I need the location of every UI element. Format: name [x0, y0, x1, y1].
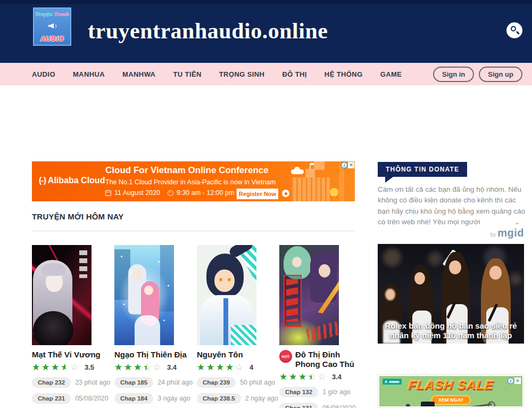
- star-icon: ☆★: [70, 363, 80, 372]
- chapter-time: 05/08/2020: [75, 395, 109, 402]
- comic-title[interactable]: Đô Thị Đỉnh Phong Cao Thủ: [295, 350, 359, 369]
- star-icon: ☆★: [289, 372, 298, 381]
- star-icon: ☆★: [32, 363, 41, 372]
- ad-close-icon[interactable]: ✕: [514, 378, 521, 384]
- chapter-time: 23 phút ago: [75, 379, 110, 386]
- alibaba-banner-ad[interactable]: (-) Alibaba Cloud Cloud For Vietnam Onli…: [32, 161, 355, 201]
- alibaba-cloud-logo: (-) Alibaba Cloud: [39, 176, 105, 185]
- ad-info-icon[interactable]: i: [508, 378, 514, 384]
- chapter-link[interactable]: Chap 132: [279, 387, 318, 397]
- comic-card[interactable]: Ngạo Thị Thiên Địa ☆★☆★☆★☆★☆★ 3.4 Chap 1…: [114, 245, 197, 408]
- star-icon: ☆★: [197, 363, 206, 372]
- site-logo[interactable]: Truyện Tranh AUDIO: [33, 7, 71, 46]
- star-icon: ☆★: [124, 363, 134, 372]
- chapter-time: 50 phút ago: [240, 379, 275, 386]
- page: Truyện Tranh AUDIO truyentranhaudio.onli…: [0, 0, 532, 408]
- sign-in-button[interactable]: Sign in: [433, 67, 474, 82]
- mgid-logo: mgid: [497, 227, 524, 239]
- clock-icon: [168, 190, 173, 196]
- rating-value: 3.4: [332, 373, 342, 381]
- banner-ad-subtitle: The No.1 Cloud Provider in Asia-Pacific …: [105, 178, 276, 186]
- building-illustration: [314, 161, 325, 170]
- star-icon: ☆★: [216, 363, 226, 372]
- star-icon: ☆★: [235, 363, 245, 372]
- banner-ad-title: Cloud For Vietnam Online Conference: [105, 165, 269, 176]
- rating-stars: ☆★☆★☆★☆★☆★: [114, 363, 162, 372]
- chapter-link[interactable]: Chap 232: [32, 377, 71, 388]
- nav-item-tu-tien[interactable]: TU TIÊN: [173, 70, 201, 78]
- calendar-icon: [105, 190, 111, 196]
- main-nav: AUDIO MANHUA MANHWA TU TIÊN TRỌNG SINH Đ…: [0, 63, 532, 85]
- star-icon: ☆★: [153, 363, 162, 372]
- site-title[interactable]: truyentranhaudio.online: [88, 18, 328, 44]
- star-icon: ☆★: [41, 363, 51, 372]
- donate-text: Cám ơn tất cả các bạn đã ủng hộ nhóm. Nế…: [378, 184, 527, 227]
- nav-item-he-thong[interactable]: HỆ THỐNG: [325, 70, 363, 78]
- chapter-link[interactable]: Chap 231: [32, 393, 71, 404]
- flash-sale-title: FLASH SALE: [379, 378, 522, 393]
- rating-stars: ☆★☆★☆★☆★☆★: [32, 363, 80, 372]
- register-now-button[interactable]: Register Now: [237, 189, 278, 199]
- ad-info-icon[interactable]: i: [341, 162, 347, 168]
- star-icon: ☆★: [226, 363, 235, 372]
- star-icon: ☆★: [279, 372, 289, 381]
- comic-card[interactable]: HOT Đô Thị Đỉnh Phong Cao Thủ ☆★☆★☆★☆★☆★…: [279, 245, 362, 408]
- star-icon: ☆★: [51, 363, 61, 372]
- phone-product: [421, 402, 435, 406]
- chapter-link[interactable]: Chap 239: [197, 377, 236, 388]
- xem-ngay-button[interactable]: XEM NGAY: [431, 395, 471, 405]
- nav-item-audio[interactable]: AUDIO: [32, 70, 55, 78]
- section-title: TRUYỆN MỚI HÔM NAY: [32, 212, 124, 221]
- nav-item-manhua[interactable]: MANHUA: [73, 70, 105, 78]
- comic-card[interactable]: Mạt Thế Vi Vương ☆★☆★☆★☆★☆★ 3.5 Chap 232…: [32, 245, 114, 408]
- site-header: Truyện Tranh AUDIO truyentranhaudio.onli…: [0, 0, 532, 63]
- comic-cover[interactable]: [279, 245, 339, 345]
- section-divider: [32, 231, 355, 231]
- star-icon: ☆★: [143, 363, 153, 372]
- mgid-by-label: by: [491, 232, 496, 238]
- nav-item-do-thi[interactable]: ĐÔ THỊ: [282, 70, 306, 78]
- donate-header: THÔNG TIN DONATE: [378, 162, 467, 177]
- nav-item-game[interactable]: GAME: [380, 70, 402, 78]
- comic-title[interactable]: Nguyên Tôn: [197, 350, 243, 360]
- comic-title[interactable]: Mạt Thế Vi Vương: [32, 350, 101, 360]
- rating-value: 3.5: [85, 363, 94, 371]
- chapter-link[interactable]: Chap 238.5: [197, 393, 241, 404]
- logo-audio-text: AUDIO: [40, 35, 64, 43]
- comic-card[interactable]: Nguyên Tôn ☆★☆★☆★☆★☆★ 4 Chap 239 50 phút…: [197, 245, 279, 408]
- hot-badge: HOT: [279, 350, 292, 363]
- ad-close-icon[interactable]: ✕: [348, 162, 354, 168]
- comic-grid: Mạt Thế Vi Vương ☆★☆★☆★☆★☆★ 3.5 Chap 232…: [32, 245, 367, 408]
- nav-item-trong-sinh[interactable]: TRỌNG SINH: [219, 70, 265, 78]
- cloud-illustration: [291, 169, 304, 174]
- chapter-link[interactable]: Chap 184: [114, 393, 153, 404]
- native-ad-caption[interactable]: Rolex bán đồng hồ bản sao siêu rẻ nhân k…: [378, 321, 524, 341]
- rolex-native-ad[interactable]: Rolex bán đồng hồ bản sao siêu rẻ nhân k…: [378, 244, 524, 344]
- star-icon: ☆★: [318, 372, 327, 381]
- rating-stars: ☆★☆★☆★☆★☆★: [197, 363, 245, 372]
- chapter-link[interactable]: Chap 131: [279, 403, 318, 408]
- speaker-icon: [48, 23, 56, 29]
- star-icon: ☆★: [61, 363, 70, 372]
- star-icon: ☆★: [134, 363, 143, 372]
- mgid-attribution[interactable]: bymgid: [450, 227, 524, 239]
- location-pin-icon: [282, 190, 289, 197]
- comic-cover[interactable]: [32, 245, 92, 345]
- chapter-time: 24 phút ago: [157, 379, 193, 386]
- chapter-link[interactable]: Chap 185: [114, 377, 153, 388]
- comic-title[interactable]: Ngạo Thị Thiên Địa: [114, 350, 187, 360]
- chapter-time: 1 giờ ago: [322, 388, 351, 396]
- nav-item-manhwa[interactable]: MANHWA: [122, 70, 155, 78]
- star-icon: ☆★: [308, 372, 318, 381]
- search-icon: [511, 26, 516, 31]
- rating-value: 4: [250, 363, 253, 371]
- star-icon: ☆★: [114, 363, 124, 372]
- microphone-product: [405, 403, 413, 406]
- chapter-time: 3 ngày ago: [157, 395, 190, 402]
- flash-sale-ad[interactable]: A FLASH SALE XEM NGAY i ✕: [378, 374, 524, 408]
- comic-cover[interactable]: [197, 245, 256, 345]
- search-button[interactable]: [506, 22, 522, 38]
- comic-cover[interactable]: [114, 245, 174, 345]
- chapter-time: 05/08/2020: [322, 404, 356, 408]
- sign-up-button[interactable]: Sign up: [479, 67, 522, 82]
